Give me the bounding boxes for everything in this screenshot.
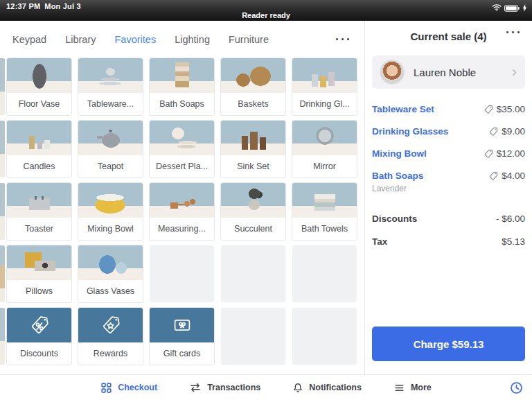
sale-item-name-block: Mixing Bowl: [372, 148, 427, 159]
sale-adjustments: Discounts- $6.00Tax$5.13: [372, 208, 525, 254]
status-time: 12:37 PM: [6, 2, 40, 10]
bath-soaps-image: [150, 58, 214, 93]
nav-item-checkout[interactable]: Checkout: [100, 382, 157, 394]
tile-bath-towels[interactable]: Bath Towels: [292, 183, 357, 240]
tile-sink-set[interactable]: Sink Set: [221, 121, 285, 177]
checkout-grid-region: KeypadLibraryFavoritesLightingFurniture …: [0, 21, 365, 374]
bath-towels-image: [292, 183, 357, 218]
reward-tag-icon: [78, 308, 143, 342]
tile-label: Pillows: [7, 280, 71, 302]
sale-item-name: Drinking Glasses: [372, 126, 448, 137]
charge-button[interactable]: Charge $59.13: [372, 327, 525, 361]
tile-measuring[interactable]: Measuring...: [150, 183, 214, 240]
gift-card-icon: [150, 308, 214, 342]
tile-discounts[interactable]: Discounts: [7, 308, 71, 365]
tile-label: Bath Soaps: [150, 93, 214, 115]
nav-item-more[interactable]: More: [393, 383, 432, 393]
chevron-right-icon: ›: [512, 65, 517, 79]
peek-tile: [0, 121, 5, 177]
drinking-glasses-image: [292, 58, 357, 93]
peek-tile: [0, 58, 5, 115]
sink-set-image: [221, 121, 285, 155]
tile-label: Drinking Gl...: [292, 93, 357, 115]
sale-header: Current sale (4) ···: [372, 21, 525, 51]
adjustment-row-discounts[interactable]: Discounts- $6.00: [372, 208, 525, 231]
tile-label: Toaster: [7, 218, 71, 240]
tile-label: Mixing Bowl: [78, 218, 143, 240]
tile-gift-cards[interactable]: Gift cards: [150, 308, 214, 365]
tile-candles[interactable]: Candles: [7, 121, 71, 177]
mixing-bowl-image: [78, 183, 143, 218]
transfer-arrows-icon: [189, 382, 202, 393]
succulent-image: [221, 183, 285, 218]
peek-tile: [0, 308, 5, 365]
sale-overflow-icon[interactable]: ···: [506, 29, 522, 36]
sale-items-list: Tableware Set$35.00Drinking Glasses$9.00…: [372, 98, 525, 200]
glass-vases-image: [78, 245, 143, 280]
empty-tile: [221, 245, 285, 302]
adjustment-label: Discounts: [372, 214, 417, 224]
status-date: Mon Jul 3: [44, 2, 81, 10]
tab-library[interactable]: Library: [65, 34, 96, 45]
sale-item-note: Lavender: [372, 184, 423, 193]
customer-name: Lauren Noble: [414, 67, 476, 78]
tile-label: Measuring...: [150, 218, 214, 240]
checkout-grid-icon: [100, 382, 112, 394]
tile-label: Dessert Pla...: [150, 155, 214, 177]
tile-pillows[interactable]: Pillows: [7, 245, 71, 302]
tile-label: Sink Set: [221, 155, 285, 177]
tile-label: Tableware...: [78, 93, 143, 115]
sale-item-name: Bath Soaps: [372, 171, 423, 181]
sale-item-tableware-set[interactable]: Tableware Set$35.00: [372, 98, 525, 121]
tile-succulent[interactable]: Succulent: [221, 183, 285, 240]
tile-tableware[interactable]: Tableware...: [78, 58, 143, 115]
tile-teapot[interactable]: Teapot: [78, 121, 143, 177]
sale-item-price: $9.00: [489, 126, 525, 137]
tab-keypad[interactable]: Keypad: [12, 34, 46, 45]
peek-tile: [0, 183, 5, 240]
peek-tiles: [0, 58, 5, 365]
time-clock-icon[interactable]: [509, 381, 524, 395]
mirror-image: [292, 121, 357, 155]
sale-item-name-block: Tableware Set: [372, 104, 434, 114]
pos-app-screen: 12:37 PMMon Jul 3 Reader ready KeypadLib…: [0, 0, 532, 400]
tab-furniture[interactable]: Furniture: [229, 34, 269, 45]
nav-item-notifications[interactable]: Notifications: [292, 382, 362, 394]
tile-glass-vases[interactable]: Glass Vases: [78, 245, 143, 302]
sale-item-drinking-glasses[interactable]: Drinking Glasses$9.00: [372, 121, 525, 143]
baskets-image: [221, 58, 285, 93]
tile-label: Succulent: [221, 218, 285, 240]
tabs-overflow-icon[interactable]: ···: [335, 36, 352, 43]
sale-item-name: Mixing Bowl: [372, 148, 427, 159]
tile-label: Bath Towels: [292, 218, 357, 240]
tile-rewards[interactable]: Rewards: [78, 308, 143, 365]
current-sale-panel: Current sale (4) ··· Lauren Noble › Tabl…: [365, 21, 532, 374]
peek-tile: [0, 245, 5, 302]
tile-drinking-gl[interactable]: Drinking Gl...: [292, 58, 357, 115]
tile-dessert-pla[interactable]: Dessert Pla...: [150, 121, 214, 177]
sale-item-name: Tableware Set: [372, 104, 434, 114]
nav-label: Notifications: [309, 383, 362, 392]
price-tag-icon: [489, 171, 498, 180]
tile-mirror[interactable]: Mirror: [292, 121, 357, 177]
nav-item-transactions[interactable]: Transactions: [189, 382, 260, 393]
sale-item-bath-soaps[interactable]: Bath SoapsLavender$4.00: [372, 165, 525, 200]
sale-item-mixing-bowl[interactable]: Mixing Bowl$12.00: [372, 143, 525, 165]
tile-label: Candles: [7, 155, 71, 177]
toaster-image: [7, 183, 71, 218]
tile-mixing-bowl[interactable]: Mixing Bowl: [78, 183, 143, 240]
adjustment-row-tax[interactable]: Tax$5.13: [372, 231, 525, 254]
tab-favorites[interactable]: Favorites: [115, 34, 157, 45]
nav-label: Checkout: [118, 383, 157, 392]
tile-toaster[interactable]: Toaster: [7, 183, 71, 240]
customer-row[interactable]: Lauren Noble ›: [372, 55, 525, 89]
bottom-nav: CheckoutTransactionsNotificationsMore: [0, 374, 532, 400]
discount-tag-icon: [7, 308, 71, 342]
tile-floor-vase[interactable]: Floor Vase: [7, 58, 71, 115]
tile-baskets[interactable]: Baskets: [221, 58, 285, 115]
customer-avatar: [380, 60, 404, 84]
empty-tile: [292, 245, 357, 302]
tab-lighting[interactable]: Lighting: [175, 34, 210, 45]
sale-title: Current sale (4): [410, 31, 486, 42]
tile-bath-soaps[interactable]: Bath Soaps: [150, 58, 214, 115]
